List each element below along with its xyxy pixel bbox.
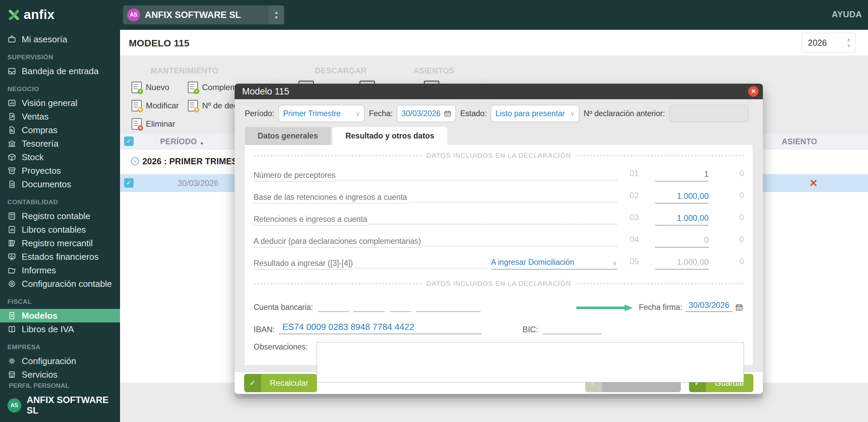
sidebar-item-bandeja-de-entrada[interactable]: Bandeja de entrada — [0, 64, 120, 78]
resultado-tipo-select[interactable]: A ingresar Domiciliación ∨ — [491, 258, 617, 270]
row-code: 02 — [617, 191, 639, 204]
sidebar-item-label: Modelos — [22, 311, 57, 321]
row-extra-value: 0 — [709, 213, 744, 226]
sidebar-item-label: Documentos — [22, 179, 71, 190]
chevron-down-icon: ∨ — [355, 110, 360, 118]
company-avatar: AS — [127, 8, 140, 21]
year-spinner[interactable]: ∧ ∨ — [847, 38, 851, 47]
top-bar: anfix AS ANFIX SOFTWARE SL ▲ ▼ AYUDA — [0, 0, 868, 30]
bic-input[interactable] — [542, 325, 602, 334]
row-value-input[interactable]: 1 — [655, 169, 709, 182]
sidebar-item-registro-mercantil[interactable]: Registro mercantil — [0, 236, 120, 250]
sidebar-item-informes[interactable]: Informes — [0, 263, 120, 277]
bank-account-row: Cuenta bancaria: Fecha firma: 30/03/2026 — [254, 298, 744, 312]
new-document-icon: + — [132, 82, 142, 93]
bank-entity-input[interactable] — [318, 303, 349, 312]
modal-fields-row: Período: Primer Trimestre ∨ Fecha: 30/03… — [235, 99, 763, 122]
column-header-periodo[interactable]: PERÍODO▲ — [160, 137, 204, 146]
sidebar-item-ventas[interactable]: Ventas — [0, 110, 120, 123]
archive-icon — [7, 166, 16, 175]
sidebar-item-libros-de-iva[interactable]: Libros de IVA — [0, 322, 120, 336]
toolbar-button-eliminar[interactable]: ✕ Eliminar — [132, 117, 179, 131]
sidebar-item-tesoreria[interactable]: Tesorería — [0, 137, 120, 150]
calendar-icon[interactable] — [444, 110, 451, 117]
row-value-input[interactable]: 1.000,00 — [655, 257, 709, 270]
iban-input[interactable]: ES74 0009 0283 8948 7784 4422 — [278, 322, 482, 334]
toolbar-button-nuevo[interactable]: + Nuevo — [132, 80, 179, 95]
bank-branch-input[interactable] — [354, 303, 385, 312]
sidebar-item-vision-general[interactable]: Visión general — [0, 96, 120, 110]
delete-row-icon[interactable]: ✕ — [809, 177, 818, 189]
close-icon[interactable]: ✕ — [748, 86, 759, 97]
store-icon — [7, 370, 16, 379]
company-selector-spinner[interactable]: ▲ ▼ — [269, 5, 284, 24]
sidebar-item-modelos[interactable]: Modelos — [0, 309, 120, 322]
sidebar-section-fiscal: FISCAL — [0, 291, 120, 309]
chevron-down-icon: ∨ — [612, 259, 617, 267]
bank-control-input[interactable] — [390, 303, 411, 312]
row-value-input[interactable]: 0 — [655, 235, 709, 248]
chevron-down-icon: ▼ — [274, 15, 279, 20]
column-header-asiento[interactable]: ASIENTO — [782, 137, 817, 146]
fecha-firma-label: Fecha firma: — [639, 303, 682, 312]
sidebar-item-proyectos[interactable]: Proyectos — [0, 164, 120, 177]
chevron-down-icon: ∨ — [847, 43, 851, 47]
toolbar-button-modificar[interactable]: ✎ Modificar — [132, 98, 179, 113]
year-selector[interactable]: 2026 ∧ ∨ — [802, 33, 856, 52]
sidebar-item-configuracion[interactable]: Configuración — [0, 354, 120, 368]
periodo-select[interactable]: Primer Trimestre ∨ — [278, 105, 365, 122]
select-all-checkbox[interactable]: ✓ — [124, 136, 134, 146]
profile-avatar: AS — [7, 398, 21, 413]
sidebar-item-servicios[interactable]: Servicios — [0, 368, 120, 381]
calendar-icon[interactable] — [735, 303, 743, 311]
periodo-value: Primer Trimestre — [283, 109, 341, 118]
tab-panel: DATOS INCLUIDOS EN LA DECLARACIÓN Número… — [245, 145, 753, 365]
toolbar-button-label: Nuevo — [146, 83, 169, 92]
help-link[interactable]: AYUDA — [832, 9, 862, 19]
section-title: DATOS INCLUIDOS EN LA DECLARACIÓN — [427, 280, 571, 288]
tab-datos-generales[interactable]: Datos generales — [245, 127, 331, 145]
tab-resultado-y-otros-datos[interactable]: Resultado y otros datos — [333, 127, 447, 145]
profile-row[interactable]: AS ANFIX SOFTWARE SL — [0, 395, 120, 416]
sidebar-item-libros-contables[interactable]: Libros contables — [0, 223, 120, 236]
sidebar: Mi asesoría SUPERVISIÓN Bandeja de entra… — [0, 30, 120, 422]
declaration-row-03: Retenciones e ingresos a cuenta 03 1.000… — [254, 211, 744, 226]
row-label: Retenciones e ingresos a cuenta — [254, 215, 367, 226]
iban-label: IBAN: — [254, 325, 275, 334]
sidebar-item-label: Tesorería — [22, 139, 58, 149]
row-extra-value: 0 — [709, 191, 744, 204]
anfix-logo[interactable]: anfix — [7, 7, 55, 22]
modal-header: Modelo 115 ✕ — [235, 84, 763, 99]
sidebar-item-compras[interactable]: Compras — [0, 123, 120, 137]
sidebar-item-registro-contable[interactable]: Registro contable — [0, 209, 120, 223]
num-declaracion-anterior-input — [669, 105, 749, 122]
resultado-tipo-value: A ingresar Domiciliación — [491, 258, 574, 267]
chevron-up-icon: ▲ — [274, 10, 279, 15]
sidebar-item-mi-asesoria[interactable]: Mi asesoría — [0, 33, 120, 46]
sidebar-item-stock[interactable]: Stock — [0, 150, 120, 164]
sidebar-section-negocio: NEGOCIO — [0, 78, 120, 96]
row-periodo-value: 30/03/2026 — [178, 178, 218, 188]
toolbar-group-mantenimiento: MANTENIMIENTO — [151, 66, 218, 76]
row-value-input[interactable]: 1.000,00 — [655, 191, 709, 204]
sidebar-item-documentos[interactable]: Documentos — [0, 177, 120, 191]
section-title: DATOS INCLUIDOS EN LA DECLARACIÓN — [427, 152, 571, 160]
bank-number-input[interactable] — [416, 303, 480, 312]
company-selector[interactable]: AS ANFIX SOFTWARE SL ▲ ▼ — [123, 5, 284, 24]
row-value-input[interactable]: 1.000,00 — [655, 213, 709, 226]
estado-select[interactable]: Listo para presentar ∨ — [491, 105, 579, 122]
fecha-value: 30/03/2026 — [401, 109, 440, 118]
sidebar-item-label: Configuración contable — [22, 279, 112, 289]
fecha-input[interactable]: 30/03/2026 — [397, 105, 456, 122]
fecha-firma-input[interactable]: 30/03/2026 — [686, 300, 732, 312]
calculator-icon — [7, 212, 16, 220]
row-checkbox[interactable]: ✓ — [124, 178, 134, 188]
briefcase-icon — [7, 35, 16, 44]
sidebar-section-supervision: SUPERVISIÓN — [0, 46, 120, 64]
sidebar-item-label: Mi asesoría — [22, 34, 67, 45]
declaration-number-icon: ✎ — [188, 100, 198, 111]
observaciones-textarea[interactable] — [317, 342, 744, 382]
expand-plus-icon[interactable]: + — [131, 157, 139, 165]
sidebar-item-configuracion-contable[interactable]: Configuración contable — [0, 277, 120, 291]
sidebar-item-estados-financieros[interactable]: Estados financieros — [0, 250, 120, 263]
